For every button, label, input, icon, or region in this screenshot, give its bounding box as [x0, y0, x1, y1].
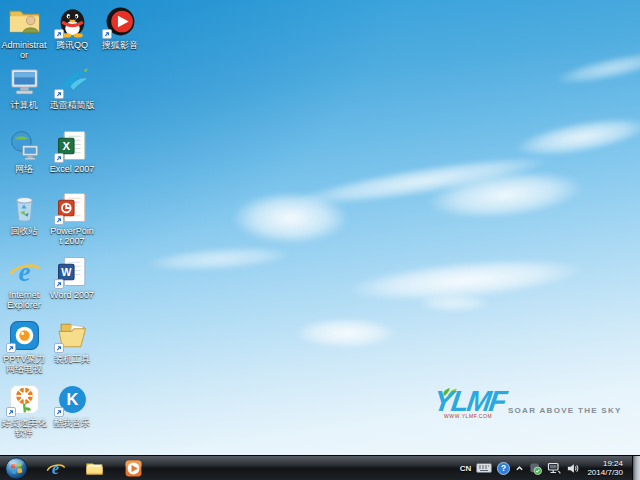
administrator-icon [8, 5, 41, 38]
clock[interactable]: 19:24 2014/7/30 [587, 459, 623, 477]
icon-label: 计算机 [1, 100, 47, 110]
pptv-icon [8, 319, 41, 352]
shortcut-arrow-icon [6, 343, 16, 353]
shortcut-arrow-icon [102, 29, 112, 39]
taskbar-pinned-apps: e [41, 457, 147, 479]
desktop-icon-recycle-bin[interactable]: 回收站 [1, 191, 47, 236]
shortcut-arrow-icon [54, 279, 64, 289]
screen: YLMFSOAR ABOVE THE SKY WWW.YLMF.COM Admi… [0, 0, 640, 480]
icon-label: Word 2007 [49, 290, 95, 300]
icon-label: Administrator [1, 40, 47, 60]
sohu-video-icon [104, 5, 137, 38]
svg-text:e: e [18, 257, 30, 287]
icon-label: 好桌道美化软件 [1, 418, 47, 438]
svg-text:e: e [51, 460, 58, 477]
kuwo-icon: K [56, 383, 89, 416]
taskbar-media-player-button[interactable] [119, 457, 147, 479]
cloud [296, 318, 396, 348]
desktop-icon-sohu-video[interactable]: 搜狐影音 [97, 5, 143, 50]
desktop-icon-tencent-qq[interactable]: 腾讯QQ [49, 5, 95, 50]
svg-text:X: X [62, 140, 70, 152]
icon-label: Internet Explorer [1, 290, 47, 310]
haozhuodao-icon [8, 383, 41, 416]
clock-date: 2014/7/30 [587, 468, 623, 477]
shortcut-arrow-icon [54, 215, 64, 225]
desktop-icon-administrator[interactable]: Administrator [1, 5, 47, 60]
keyboard-icon[interactable] [476, 462, 492, 474]
svg-text:W: W [61, 266, 72, 278]
volume-icon[interactable] [566, 462, 579, 475]
desktop-icon-computer[interactable]: 计算机 [1, 65, 47, 110]
tencent-qq-icon [56, 5, 89, 38]
system-tray: CN ? 19:24 2014/7/30 [460, 456, 640, 480]
icon-label: 网络 [1, 164, 47, 174]
internet-explorer-icon: e [8, 255, 41, 288]
icon-label: Excel 2007 [49, 164, 95, 174]
taskbar-windows-explorer-button[interactable] [80, 457, 108, 479]
desktop-icon-setup-tools[interactable]: 装机工具 [49, 319, 95, 364]
xunlei-icon [56, 65, 89, 98]
icon-label: 酷我音乐 [49, 418, 95, 428]
svg-text:?: ? [501, 463, 506, 473]
media-player-icon [124, 459, 143, 478]
desktop-icon-internet-explorer[interactable]: eInternet Explorer [1, 255, 47, 310]
start-button[interactable] [5, 457, 28, 480]
cloud [513, 111, 640, 164]
desktop-icon-pptv[interactable]: PPTV聚力 网络电视 [1, 319, 47, 374]
taskbar-internet-explorer-button[interactable]: e [41, 457, 69, 479]
help-icon[interactable]: ? [497, 462, 510, 475]
svg-text:K: K [66, 390, 78, 408]
brand-text: YLMF [432, 386, 507, 416]
language-indicator[interactable]: CN [460, 464, 472, 473]
excel-icon: X [56, 129, 89, 162]
shortcut-arrow-icon [54, 407, 64, 417]
computer-icon [8, 65, 41, 98]
icon-label: 腾讯QQ [49, 40, 95, 50]
desktop-icon-network[interactable]: 网络 [1, 129, 47, 174]
shortcut-arrow-icon [54, 153, 64, 163]
network-icon [8, 129, 41, 162]
internet-explorer-icon: e [46, 459, 65, 478]
word-icon: W [56, 255, 89, 288]
cloud [418, 294, 490, 312]
cloud [554, 46, 640, 89]
cloud [145, 243, 291, 275]
powerpoint-icon [56, 191, 89, 224]
icon-label: 装机工具 [49, 354, 95, 364]
desktop-wallpaper[interactable]: YLMFSOAR ABOVE THE SKY WWW.YLMF.COM Admi… [0, 0, 640, 455]
shortcut-arrow-icon [54, 29, 64, 39]
show-desktop-button[interactable] [632, 456, 640, 480]
ylmf-logo: YLMFSOAR ABOVE THE SKY WWW.YLMF.COM [434, 386, 636, 430]
slogan-text: SOAR ABOVE THE SKY [508, 406, 622, 415]
desktop-icon-word[interactable]: WWord 2007 [49, 255, 95, 300]
desktop-icon-xunlei[interactable]: 迅雷精简版 [49, 65, 95, 110]
windows-explorer-icon [85, 459, 104, 478]
network-icon[interactable] [547, 462, 561, 475]
icon-label: 迅雷精简版 [49, 100, 95, 110]
desktop-icon-powerpoint[interactable]: PowerPoint 2007 [49, 191, 95, 246]
tray-icons: ? [476, 462, 579, 475]
icon-label: 搜狐影音 [97, 40, 143, 50]
recycle-bin-icon [8, 191, 41, 224]
icon-label: PPTV聚力 网络电视 [1, 354, 47, 374]
shortcut-arrow-icon [54, 343, 64, 353]
clock-time: 19:24 [587, 459, 623, 468]
security-check-icon[interactable] [529, 462, 542, 475]
icon-label: PowerPoint 2007 [49, 226, 95, 246]
taskbar: e CN ? 19:24 2014/7/30 [0, 455, 640, 480]
setup-tools-icon [56, 319, 89, 352]
shortcut-arrow-icon [6, 407, 16, 417]
desktop-icon-excel[interactable]: XExcel 2007 [49, 129, 95, 174]
desktop-icon-haozhuodao[interactable]: 好桌道美化软件 [1, 383, 47, 438]
shortcut-arrow-icon [54, 89, 64, 99]
icon-label: 回收站 [1, 226, 47, 236]
hidden-icons-chevron-icon[interactable] [515, 464, 524, 473]
desktop-icon-kuwo[interactable]: K酷我音乐 [49, 383, 95, 428]
